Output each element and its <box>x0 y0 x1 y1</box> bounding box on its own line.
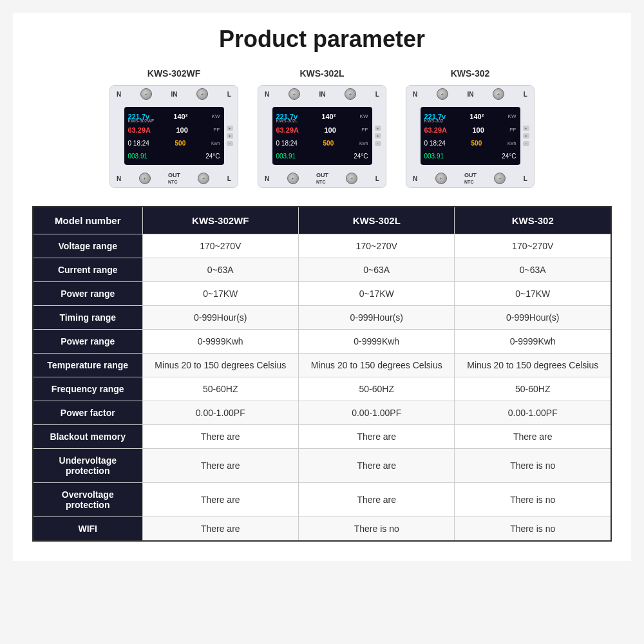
row-col1-6: 50-60HZ <box>142 377 298 401</box>
screw-top-n-1 <box>140 88 152 100</box>
terminal-l-top-2: L <box>375 91 379 98</box>
screw-top-n-3 <box>437 88 448 100</box>
btn-minus-3: − <box>523 141 529 146</box>
screen-pf-1: 100 <box>176 126 187 134</box>
device-image-kws302: N IN L KWS-302 221.7v 140² KW 63.29A <box>406 85 535 188</box>
table-row: Temperature rangeMinus 20 to 150 degrees… <box>33 354 611 377</box>
screen-kwh-3: Kwh <box>507 141 516 146</box>
row-param-1: Current range <box>33 258 142 282</box>
row-col3-6: 50-60HZ <box>455 377 611 401</box>
row-col3-7: 0.00-1.00PF <box>455 401 611 425</box>
screen-current-2: 63.29A <box>276 126 299 134</box>
screw-top-n-2 <box>289 88 300 100</box>
row-col3-11: There is no <box>455 517 611 542</box>
terminal-in-2: IN <box>319 91 326 98</box>
products-row: KWS-302WF N IN L KWS-302WF 221.7v 140² <box>32 68 612 188</box>
screen-buttons-3: + ▪ − <box>523 126 529 146</box>
screen-current-1: 63.29A <box>128 126 151 134</box>
terminal-n-top-1: N <box>117 91 121 98</box>
row-col3-4: 0-9999Kwh <box>455 330 611 354</box>
screen-time-1: 0 18:24 <box>128 140 149 147</box>
terminal-l-bot-2: L <box>375 175 379 182</box>
screw-bot-out-2 <box>346 173 357 184</box>
table-row: Power range0-9999Kwh0-9999Kwh0-9999Kwh <box>33 330 611 354</box>
device-bottom-kws302: N OUTNTC L <box>410 172 530 185</box>
screen-kw-2: KW <box>360 113 368 119</box>
row-col2-6: 50-60HZ <box>298 377 454 401</box>
row-param-0: Voltage range <box>33 234 142 258</box>
row-col2-5: Minus 20 to 150 degrees Celsius <box>298 354 454 377</box>
row-col1-5: Minus 20 to 150 degrees Celsius <box>142 354 298 377</box>
screw-bot-n-3 <box>435 173 447 184</box>
row-param-2: Power range <box>33 282 142 306</box>
device-screen-kws302l: KWS-302L 221.7v 140² KW 63.29A 100 PF 0 … <box>272 107 372 165</box>
row-col3-10: There is no <box>455 483 611 517</box>
device-bottom-kws302l: N OUTNTC L <box>262 172 382 185</box>
btn-mid-2: ▪ <box>375 133 381 138</box>
row-col3-1: 0~63A <box>455 258 611 282</box>
screen-temp-3: 24°C <box>502 153 516 160</box>
row-col3-3: 0-999Hour(s) <box>455 306 611 330</box>
table-row: Voltage range170~270V170~270V170~270V <box>33 234 611 258</box>
device-top-kws302l: N IN L <box>262 88 382 100</box>
screen-model-tag-3: KWS-302 <box>424 118 444 123</box>
screen-kw-3: KW <box>508 113 516 119</box>
product-item-kws302wf: KWS-302WF N IN L KWS-302WF 221.7v 140² <box>109 68 238 188</box>
btn-plus-1: + <box>227 126 233 131</box>
header-col2: KWS-302L <box>298 207 454 234</box>
row-param-7: Power factor <box>33 401 142 425</box>
device-screen-kws302wf: KWS-302WF 221.7v 140² KW 63.29A 100 PF 0… <box>124 107 224 165</box>
btn-plus-2: + <box>375 126 381 131</box>
btn-minus-2: − <box>375 141 381 146</box>
btn-plus-3: + <box>523 126 529 131</box>
screen-power-2: 140² <box>321 113 336 120</box>
header-col3: KWS-302 <box>455 207 611 234</box>
screw-bot-n-2 <box>287 173 299 184</box>
screen-row-2-kws302: 63.29A 100 PF <box>424 126 516 134</box>
screen-energy-3: 500 <box>471 140 482 147</box>
row-col3-8: There are <box>455 425 611 449</box>
screen-power-3: 140² <box>469 113 484 120</box>
terminal-l-top-1: L <box>227 91 231 98</box>
row-col1-11: There are <box>142 517 298 542</box>
btn-minus-1: − <box>227 141 233 146</box>
screen-row-4-kws302wf: 003.91 24°C <box>128 153 220 160</box>
row-param-11: WIFI <box>33 517 142 542</box>
screen-row-3-kws302: 0 18:24 500 Kwh <box>424 140 516 147</box>
screw-bot-out-3 <box>494 173 506 184</box>
page-title: Product parameter <box>32 26 612 53</box>
params-table: Model number KWS-302WF KWS-302L KWS-302 … <box>32 206 612 542</box>
row-param-10: Overvoltage protection <box>33 483 142 517</box>
row-col2-3: 0-999Hour(s) <box>298 306 454 330</box>
row-col1-1: 0~63A <box>142 258 298 282</box>
terminal-l-bot-1: L <box>227 175 231 182</box>
terminal-n-bot-1: N <box>117 175 121 182</box>
row-col2-2: 0~17KW <box>298 282 454 306</box>
row-param-6: Frequency range <box>33 377 142 401</box>
screen-power-1: 140² <box>173 113 187 120</box>
row-param-3: Timing range <box>33 306 142 330</box>
screen-energy-2: 500 <box>323 140 334 147</box>
row-col1-10: There are <box>142 483 298 517</box>
row-param-4: Power range <box>33 330 142 354</box>
btn-mid-3: ▪ <box>523 133 529 138</box>
table-row: Power range0~17KW0~17KW0~17KW <box>33 282 611 306</box>
row-col2-11: There is no <box>298 517 454 542</box>
row-col1-2: 0~17KW <box>142 282 298 306</box>
device-top-kws302: N IN L <box>410 88 530 100</box>
table-row: Current range0~63A0~63A0~63A <box>33 258 611 282</box>
screen-model-tag-2: KWS-302L <box>276 118 298 123</box>
table-row: Timing range0-999Hour(s)0-999Hour(s)0-99… <box>33 306 611 330</box>
product-item-kws302l: KWS-302L N IN L KWS-302L 221.7v 140² KW <box>258 68 386 188</box>
row-col2-8: There are <box>298 425 454 449</box>
row-col1-3: 0-999Hour(s) <box>142 306 298 330</box>
table-row: WIFIThere areThere is noThere is no <box>33 517 611 542</box>
screen-time-2: 0 18:24 <box>276 140 298 147</box>
screen-pf-unit-2: PF <box>361 127 368 133</box>
screw-top-in-1 <box>196 88 208 100</box>
screen-row-2-kws302wf: 63.29A 100 PF <box>128 126 220 134</box>
row-param-8: Blackout memory <box>33 425 142 449</box>
table-row: Frequency range50-60HZ50-60HZ50-60HZ <box>33 377 611 401</box>
screen-pf-2: 100 <box>324 126 336 134</box>
terminal-out-2: OUTNTC <box>316 172 328 185</box>
